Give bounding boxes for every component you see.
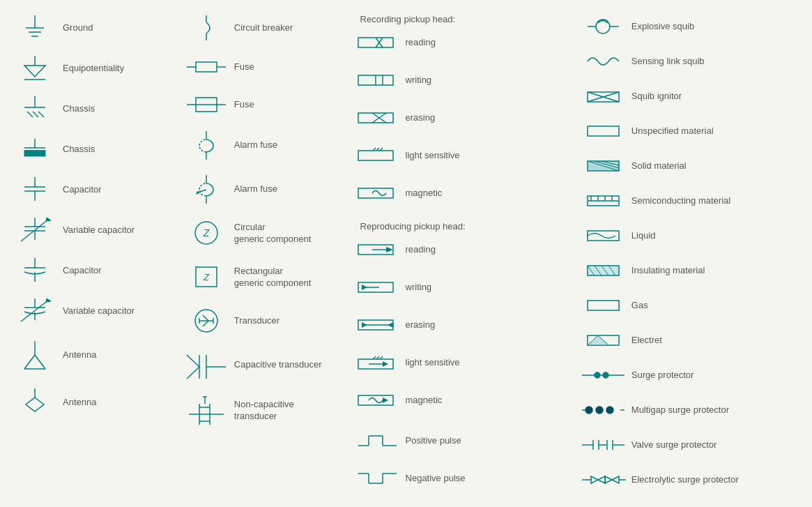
solid-material-label: Solid material xyxy=(631,160,687,172)
capacitor2-icon xyxy=(14,257,56,285)
rep-writing-label: writing xyxy=(406,282,432,294)
list-item: Explosive squib xyxy=(583,14,798,39)
svg-point-154 xyxy=(595,372,600,378)
svg-marker-98 xyxy=(362,285,367,290)
svg-line-35 xyxy=(24,355,35,369)
list-item: Antenna xyxy=(14,338,171,372)
svg-marker-33 xyxy=(46,298,51,302)
list-item: Liquid xyxy=(583,223,798,248)
svg-marker-152 xyxy=(588,335,608,345)
rec-reading-label: reading xyxy=(406,37,436,49)
list-item: light sensitive xyxy=(357,143,569,168)
svg-rect-43 xyxy=(196,62,217,72)
alarm-fuse2-icon xyxy=(185,174,227,205)
chassis1-icon xyxy=(14,95,56,123)
list-item: erasing xyxy=(357,105,569,130)
fuse1-icon xyxy=(185,56,227,77)
explosive-squib-icon xyxy=(583,16,625,37)
rec-light-icon xyxy=(357,148,399,163)
svg-rect-15 xyxy=(24,151,45,156)
list-item: Ground xyxy=(14,14,171,42)
list-item: writing xyxy=(357,275,569,300)
column-2: Circuit breaker Fuse xyxy=(178,14,350,493)
list-item: Electret xyxy=(583,328,798,353)
svg-text:Z: Z xyxy=(202,227,209,239)
rec-light-label: light sensitive xyxy=(406,150,460,162)
recording-header: Recording pickup head: xyxy=(357,14,569,24)
transducer-icon xyxy=(185,305,227,337)
alarm-fuse1-label: Alarm fuse xyxy=(234,139,277,151)
surge-protector-icon xyxy=(583,368,625,383)
fuse2-icon xyxy=(185,94,227,115)
svg-marker-108 xyxy=(383,361,388,367)
list-item: Alarm fuse xyxy=(185,174,343,205)
circuit-breaker-label: Circuit breaker xyxy=(234,22,293,34)
svg-line-53 xyxy=(197,190,206,192)
rec-writing-label: writing xyxy=(406,75,432,86)
rec-magnetic-icon xyxy=(357,186,399,201)
list-item: Semiconducting material xyxy=(583,188,798,213)
variable-capacitor2-label: Variable capacitor xyxy=(63,305,135,317)
explosive-squib-label: Explosive squib xyxy=(631,21,694,33)
rectangular-generic-label: Rectangulargeneric component xyxy=(234,266,312,289)
insulating-material-icon xyxy=(583,263,625,278)
rec-magnetic-label: magnetic xyxy=(406,188,443,199)
neg-pulse-icon xyxy=(357,468,399,489)
circular-generic-label: Circulargeneric component xyxy=(234,222,312,245)
circular-generic-icon: Z xyxy=(185,218,227,249)
list-item: light sensitive xyxy=(357,350,569,375)
pos-pulse-label: Positive pulse xyxy=(406,435,461,447)
svg-line-64 xyxy=(203,321,208,326)
svg-rect-144 xyxy=(588,231,619,241)
antenna1-icon xyxy=(14,338,56,372)
rectangular-generic-icon: Z xyxy=(185,262,227,293)
list-item: magnetic xyxy=(357,388,569,413)
list-item: Capacitive transducer xyxy=(185,349,343,381)
rep-magnetic-label: magnetic xyxy=(406,395,443,407)
insulating-material-label: Insulating material xyxy=(631,265,705,277)
list-item: writing xyxy=(357,68,569,93)
capacitive-transducer-label: Capacitive transducer xyxy=(234,359,322,371)
rep-reading-icon xyxy=(357,242,399,257)
svg-marker-39 xyxy=(26,398,44,411)
svg-rect-85 xyxy=(358,113,393,123)
svg-marker-101 xyxy=(362,322,367,328)
svg-line-36 xyxy=(35,355,45,369)
svg-line-10 xyxy=(33,112,38,117)
alarm-fuse2-label: Alarm fuse xyxy=(234,183,277,195)
sensing-squib-icon xyxy=(583,51,625,72)
ground-label: Ground xyxy=(63,22,93,34)
transducer-label: Transducer xyxy=(234,315,279,327)
list-item: reading xyxy=(357,237,569,262)
svg-point-127 xyxy=(596,20,610,33)
svg-line-63 xyxy=(203,315,208,321)
chassis2-label: Chassis xyxy=(63,144,95,156)
rep-light-label: light sensitive xyxy=(406,357,460,369)
antenna2-icon xyxy=(14,385,56,420)
column-1: Ground Equipotentiality xyxy=(7,14,178,493)
svg-rect-150 xyxy=(588,301,619,310)
pos-pulse-icon xyxy=(357,430,399,451)
svg-rect-133 xyxy=(588,126,619,136)
list-item: Positive pulse xyxy=(357,428,569,453)
rep-erasing-label: erasing xyxy=(406,319,436,331)
chassis1-label: Chassis xyxy=(63,103,95,115)
column-3: Recording pickup head: reading xyxy=(350,14,576,493)
fuse1-label: Fuse xyxy=(234,61,254,73)
svg-marker-25 xyxy=(46,218,51,221)
svg-line-65 xyxy=(187,355,199,367)
list-item: Squib ignitor xyxy=(583,84,798,109)
list-item: Unspecified material xyxy=(583,119,798,144)
circuit-breaker-icon xyxy=(185,14,227,42)
valve-surge-label: Valve surge protector xyxy=(631,439,717,451)
list-item: Surge protector xyxy=(583,363,798,388)
rep-erasing-icon xyxy=(357,317,399,333)
list-item: Solid material xyxy=(583,153,798,179)
svg-line-11 xyxy=(38,112,44,117)
chassis2-icon xyxy=(14,135,56,163)
electret-label: Electret xyxy=(631,335,662,347)
list-item: Capacitor xyxy=(14,176,171,204)
list-item: Carbon block surge protector xyxy=(583,502,798,507)
list-item: Alternating pulse xyxy=(357,504,569,507)
svg-line-66 xyxy=(187,367,199,379)
